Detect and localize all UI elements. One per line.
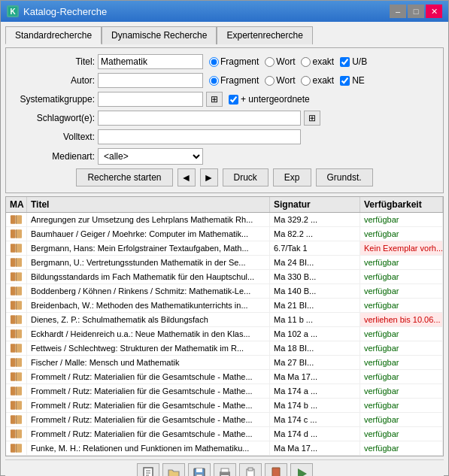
cell-ma xyxy=(6,399,27,412)
cell-verfuegbarkeit: verfügbar xyxy=(360,327,443,341)
cell-verfuegbarkeit: verfügbar xyxy=(360,256,443,269)
cell-titel: Fischer / Malle: Mensch und Mathematik xyxy=(27,356,270,369)
table-row[interactable]: Anregungen zur Umsetzung des Lehrplans M… xyxy=(6,213,443,227)
svg-rect-44 xyxy=(11,415,16,423)
cell-ma xyxy=(6,427,27,441)
table-row[interactable]: Frommelt / Rutz: Materialien für die Ges… xyxy=(6,399,443,413)
cell-ma xyxy=(6,284,27,298)
cell-signatur: Ma Ma 17... xyxy=(270,441,360,455)
btn-run[interactable] xyxy=(290,463,313,476)
svg-rect-5 xyxy=(11,229,16,238)
table-row[interactable]: Fischer / Malle: Mensch und MathematikMa… xyxy=(6,356,443,370)
exp-button[interactable]: Exp xyxy=(273,168,311,186)
cell-titel: Breidenbach, W.: Methoden des Mathematik… xyxy=(27,299,270,312)
cell-titel: Baumhauer / Geiger / Moehrke: Computer i… xyxy=(27,227,270,241)
svg-rect-47 xyxy=(11,429,16,438)
medienart-select[interactable]: <alle> Buch Zeitschrift CD/DVD Digital xyxy=(98,148,203,165)
cell-ma xyxy=(6,327,27,341)
titel-input[interactable] xyxy=(98,54,203,69)
cell-ma xyxy=(6,241,27,255)
table-row[interactable]: Frommelt / Rutz: Materialien für die Ges… xyxy=(6,427,443,441)
content-area: Standardrecherche Dynamische Recherche E… xyxy=(1,22,448,476)
volltext-input[interactable] xyxy=(98,129,301,144)
cell-verfuegbarkeit: verfügbar xyxy=(360,270,443,283)
table-row[interactable]: Frommelt / Rutz: Materialien für die Ges… xyxy=(6,384,443,399)
titel-wort-radio[interactable]: Wort xyxy=(265,56,295,67)
svg-rect-35 xyxy=(11,372,16,380)
cell-verfuegbarkeit: verliehen bis 10.06... xyxy=(360,313,443,326)
table-row[interactable]: Bergmann, U.: Vertretungsstunden Mathema… xyxy=(6,256,443,270)
minimize-button[interactable]: – xyxy=(390,5,406,18)
autor-ne-checkbox[interactable]: NE xyxy=(340,75,365,86)
cell-signatur: Ma 11 b ... xyxy=(270,313,360,326)
svg-marker-65 xyxy=(298,468,307,476)
cell-titel: Anregungen zur Umsetzung des Lehrplans M… xyxy=(27,213,270,226)
untergeordnete-checkbox[interactable]: + untergeordnete xyxy=(229,94,310,105)
cell-signatur: Ma 174 b ... xyxy=(270,399,360,412)
systematik-input[interactable] xyxy=(98,92,203,107)
schlagwort-row: Schlagwort(e): ⊞ xyxy=(12,111,437,126)
cell-titel: Frommelt / Rutz: Materialien für die Ges… xyxy=(27,370,270,384)
titel-exakt-radio[interactable]: exakt xyxy=(301,56,334,67)
next-button[interactable]: ► xyxy=(200,168,218,186)
svg-rect-17 xyxy=(11,287,16,295)
table-row[interactable]: Frommelt / Rutz: Materialien für die Ges… xyxy=(6,413,443,427)
table-row[interactable]: Frommelt / Rutz: Materialien für die Ges… xyxy=(6,370,443,384)
cell-verfuegbarkeit: verfügbar xyxy=(360,370,443,384)
druck-button[interactable]: Druck xyxy=(223,168,268,186)
tab-standard[interactable]: Standardrecherche xyxy=(5,26,102,44)
table-row[interactable]: Fettweis / Schlechtweg: Strukturen der M… xyxy=(6,341,443,356)
table-row[interactable]: Dienes, Z. P.: Schulmathematik als Bildu… xyxy=(6,313,443,327)
svg-rect-61 xyxy=(221,468,229,472)
table-row[interactable]: Bergmann, Hans: Mein Erfolgstrainer Text… xyxy=(6,241,443,256)
table-row[interactable]: Boddenberg / Köhnen / Rinkens / Schmitz:… xyxy=(6,284,443,299)
results-area: MA Titel Signatur Verfügbarkeit Anregung… xyxy=(5,196,444,456)
titel-fragment-radio[interactable]: Fragment xyxy=(209,56,259,67)
prev-button[interactable]: ◄ xyxy=(177,168,196,186)
systematik-row: Systematikgruppe: ⊞ + untergeordnete xyxy=(12,92,437,107)
cell-verfuegbarkeit: Kein Exemplar vorh... xyxy=(360,241,443,255)
cell-ma xyxy=(6,341,27,355)
btn-clipboard[interactable] xyxy=(239,463,262,476)
col-ma: MA xyxy=(6,197,27,212)
svg-rect-11 xyxy=(11,258,16,266)
table-row[interactable]: Funke, M. H.: Relationen und Funktionen … xyxy=(6,441,443,456)
titel-ub-checkbox[interactable]: U/B xyxy=(340,56,367,67)
autor-input[interactable] xyxy=(98,73,203,88)
grundst-button[interactable]: Grundst. xyxy=(316,168,373,186)
cell-titel: Bildungsstandards im Fach Mathematik für… xyxy=(27,270,270,283)
table-row[interactable]: Bildungsstandards im Fach Mathematik für… xyxy=(6,270,443,284)
btn-print[interactable] xyxy=(214,463,236,476)
systematik-browse-button[interactable]: ⊞ xyxy=(206,92,223,107)
btn-new-doc[interactable] xyxy=(137,463,159,476)
tab-dynamic[interactable]: Dynamische Recherche xyxy=(102,26,217,44)
btn-bookmark[interactable] xyxy=(265,463,287,476)
cell-signatur: Ma 27 BI... xyxy=(270,356,360,369)
recherche-button[interactable]: Recherche starten xyxy=(76,168,172,186)
svg-rect-14 xyxy=(11,272,16,280)
cell-verfuegbarkeit: verfügbar xyxy=(360,441,443,455)
btn-open[interactable] xyxy=(162,463,185,476)
cell-ma xyxy=(6,413,27,426)
table-row[interactable]: Breidenbach, W.: Methoden des Mathematik… xyxy=(6,299,443,313)
schlagwort-browse-button[interactable]: ⊞ xyxy=(304,111,320,126)
schlagwort-input[interactable] xyxy=(98,111,301,126)
btn-save[interactable] xyxy=(188,463,211,476)
cell-verfuegbarkeit: verfügbar xyxy=(360,356,443,369)
autor-wort-radio[interactable]: Wort xyxy=(265,75,295,86)
cell-titel: Fettweis / Schlechtweg: Strukturen der M… xyxy=(27,341,270,355)
svg-rect-2 xyxy=(11,215,16,223)
cell-titel: Bergmann, U.: Vertretungsstunden Mathema… xyxy=(27,256,270,269)
maximize-button[interactable]: □ xyxy=(408,5,424,18)
autor-fragment-radio[interactable]: Fragment xyxy=(209,75,259,86)
table-row[interactable]: Baumhauer / Geiger / Moehrke: Computer i… xyxy=(6,227,443,241)
tab-expert[interactable]: Expertenrecherche xyxy=(217,26,312,44)
cell-ma xyxy=(6,256,27,269)
table-row[interactable]: Eckhardt / Heidenreich u.a.: Neue Mathem… xyxy=(6,327,443,341)
close-button[interactable]: ✕ xyxy=(426,5,442,18)
svg-rect-32 xyxy=(11,358,16,366)
cell-signatur: Ma 21 BI... xyxy=(270,299,360,312)
autor-exakt-radio[interactable]: exakt xyxy=(301,75,334,86)
autor-row: Autor: Fragment Wort exakt xyxy=(12,73,437,88)
titel-label: Titel: xyxy=(12,56,95,67)
